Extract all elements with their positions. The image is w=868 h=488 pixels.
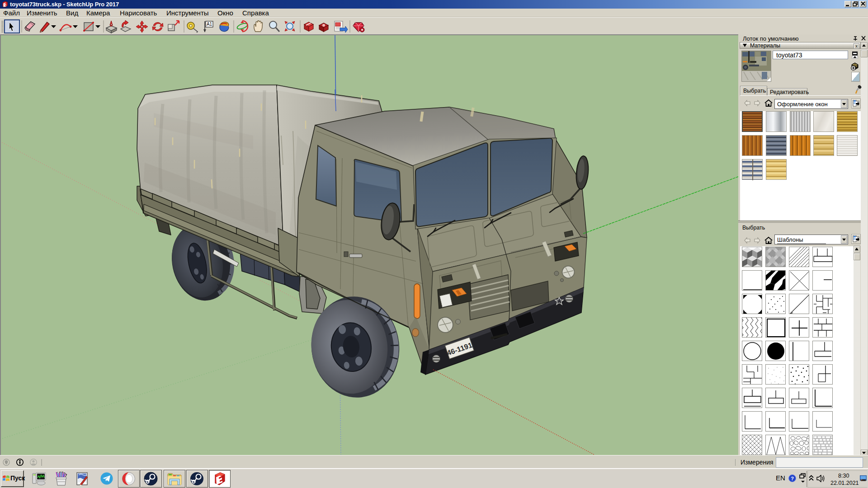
svg-text:?: ? <box>791 476 794 481</box>
svg-text:A1: A1 <box>207 22 212 27</box>
